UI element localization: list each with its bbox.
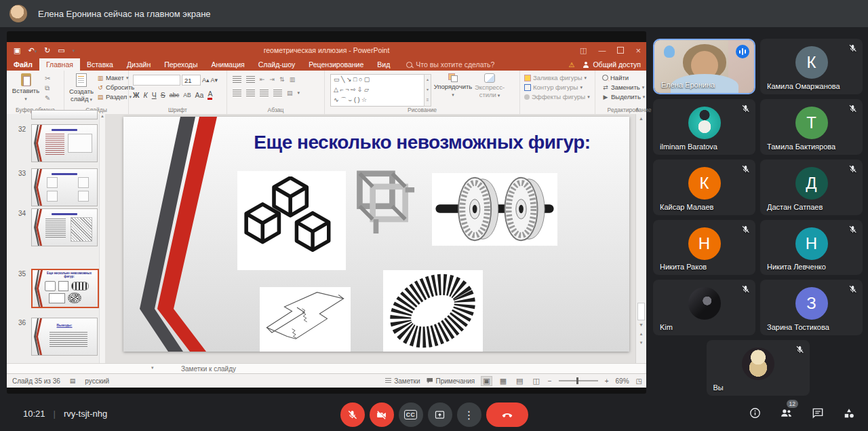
captions-button[interactable]: CC [399, 402, 423, 427]
find-icon [602, 75, 608, 81]
mic-off-icon [848, 164, 858, 174]
zoom-slider[interactable] [559, 380, 598, 381]
zoom-level[interactable]: 69% [616, 377, 629, 385]
italic-button[interactable]: К [144, 91, 148, 99]
tab-animations[interactable]: Анимация [204, 58, 251, 71]
grow-font-icon[interactable]: А▴ [202, 77, 210, 83]
paste-button[interactable]: Вставить ▾ [11, 73, 41, 102]
replace-button[interactable]: ⇄Заменить▾ [602, 83, 645, 91]
slideshow-view-button[interactable]: ◫ [531, 377, 540, 386]
fit-to-window-icon[interactable]: ◳ [636, 377, 642, 385]
notes-bar[interactable]: ▾ Заметки к слайду [7, 363, 646, 374]
participant-tile-ilminam[interactable]: ilminam Baratova [653, 99, 755, 155]
restore-icon[interactable] [617, 47, 624, 54]
quick-access-toolbar[interactable]: ▣ ↶▾ ↻ ▭ ▾ [14, 47, 75, 54]
tab-file[interactable]: Файл [7, 58, 39, 71]
font-color-button[interactable]: А [208, 90, 212, 100]
notes-toggle[interactable]: Заметки [385, 377, 420, 385]
qat-customize-icon[interactable]: ▾ [73, 48, 75, 53]
underline-button[interactable]: Ч [152, 91, 157, 99]
paragraph-row-2[interactable]: ▤▾ [233, 90, 300, 96]
slide-thumbnail-partial[interactable] [31, 110, 98, 119]
participant-tile-dastan[interactable]: Д Дастан Сатпаев [760, 160, 863, 215]
chat-button[interactable] [811, 407, 825, 423]
current-slide[interactable]: Еще несколько невозможных фигур: [123, 117, 629, 352]
mic-off-icon [848, 225, 858, 235]
present-button[interactable] [428, 402, 452, 427]
cut-copy-painter-icons[interactable]: ✂⧉✎ [45, 75, 50, 102]
tab-design[interactable]: Дизайн [120, 58, 157, 71]
avatar-initial: К [688, 167, 721, 200]
zoom-out-button[interactable]: − [548, 377, 552, 385]
save-icon[interactable]: ▣ [14, 47, 20, 54]
tab-insert[interactable]: Вставка [80, 58, 120, 71]
avatar-photo [688, 287, 721, 320]
participant-tile-zarina[interactable]: З Зарина Тостикова [760, 280, 863, 335]
notes-collapse-icon[interactable]: ▾ [151, 365, 154, 371]
share-button[interactable]: Общий доступ [583, 60, 641, 69]
participant-name: Дастан Сатпаев [767, 203, 823, 211]
close-icon[interactable]: × [635, 45, 641, 56]
shape-effects-button[interactable]: Эффекты фигуры▾ [524, 93, 590, 100]
char-spacing-button[interactable]: АВ [183, 92, 191, 98]
tab-review[interactable]: Рецензирование [302, 58, 370, 71]
collapse-ribbon-icon[interactable]: ∧ [635, 106, 639, 113]
slide-sorter-view-button[interactable]: ▦ [498, 377, 508, 386]
slide-scrollbar[interactable]: ▲ ▼▴▾ [635, 114, 646, 363]
thumbnail-scrollbar[interactable]: ▲ [99, 114, 105, 363]
tab-view[interactable]: Вид [370, 58, 397, 71]
tab-transitions[interactable]: Переходы [157, 58, 204, 71]
font-size-box[interactable]: 21 [182, 75, 201, 86]
shape-outline-button[interactable]: Контур фигуры▾ [524, 83, 590, 91]
participant-tile-tamila[interactable]: Т Тамила Бактиярова [760, 99, 863, 155]
shadow-button[interactable]: abc [170, 92, 180, 98]
comments-toggle[interactable]: Примечания [427, 377, 475, 385]
participant-tile-kaisar[interactable]: К Кайсар Малаев [653, 160, 755, 215]
captions-icon: CC [404, 410, 417, 419]
impossible-cubes-image [237, 171, 346, 270]
participant-tile-kamila[interactable]: К Камила Омаржанова [760, 39, 863, 94]
bold-button[interactable]: Ж [133, 91, 140, 99]
mic-off-icon [741, 284, 751, 295]
tab-slideshow[interactable]: Слайд-шоу [252, 58, 302, 71]
participant-tile-nikita-r[interactable]: Н Никита Раков [653, 220, 755, 276]
spellcheck-icon[interactable]: ▤ [70, 377, 76, 384]
participant-tile-you[interactable]: Вы [707, 340, 810, 396]
activities-button[interactable] [842, 407, 856, 423]
select-button[interactable]: ▶Выделить▾ [602, 93, 645, 100]
language-indicator[interactable]: русский [85, 377, 109, 385]
leave-call-button[interactable] [486, 402, 528, 427]
mic-toggle-button[interactable] [340, 402, 365, 427]
find-button[interactable]: Найти [602, 74, 645, 81]
arrange-button[interactable]: Упорядочить ▾ [433, 73, 473, 98]
zoom-in-button[interactable]: + [605, 377, 609, 385]
tell-me-box[interactable]: Что вы хотите сделать? [406, 58, 494, 71]
scrollbar-thumb[interactable] [637, 303, 645, 320]
redo-icon[interactable]: ↻ [44, 47, 50, 54]
strikethrough-button[interactable]: S [161, 91, 165, 99]
more-options-button[interactable]: ⋮ [457, 402, 481, 427]
participants-button[interactable]: 12 [779, 406, 793, 423]
tab-home[interactable]: Главная [39, 58, 80, 71]
participant-tile-elena[interactable]: Елена Еронина [653, 39, 755, 94]
reading-view-button[interactable]: ▤ [515, 377, 524, 386]
change-case-button[interactable]: Aa [195, 91, 204, 99]
shrink-font-icon[interactable]: А▾ [211, 77, 218, 83]
start-presentation-icon[interactable]: ▭ [58, 47, 64, 54]
camera-toggle-button[interactable] [370, 402, 394, 427]
participant-name: ilminam Baratova [660, 143, 717, 151]
shapes-gallery[interactable]: ▭ ╲ ↘ □ ○ ▢ △ ⌐ ¬ ⇨ ⇩ ▱ ∿ ⌒ ⌣ ( ) ☆ [330, 74, 428, 107]
meeting-details-button[interactable] [749, 407, 762, 422]
new-slide-button[interactable]: Создать слайд ▾ [67, 73, 96, 103]
quick-styles-button[interactable]: Экспресс-стили ▾ [473, 73, 507, 99]
ribbon-options-icon[interactable]: ◫ [580, 46, 587, 55]
shape-fill-button[interactable]: Заливка фигуры▾ [524, 74, 590, 81]
font-name-box[interactable] [133, 75, 180, 86]
undo-icon[interactable]: ↶▾ [28, 47, 37, 54]
shapes-gallery-scroll[interactable]: ▴▾≡ [424, 74, 431, 107]
participant-tile-nikita-l[interactable]: Н Никита Левченко [760, 220, 863, 276]
paragraph-row-1[interactable]: ⇤⇥⇅▥ [233, 76, 295, 83]
normal-view-button[interactable]: ▣ [481, 377, 491, 386]
participant-tile-kim[interactable]: Kim [653, 280, 755, 335]
minimize-icon[interactable]: — [598, 46, 606, 54]
